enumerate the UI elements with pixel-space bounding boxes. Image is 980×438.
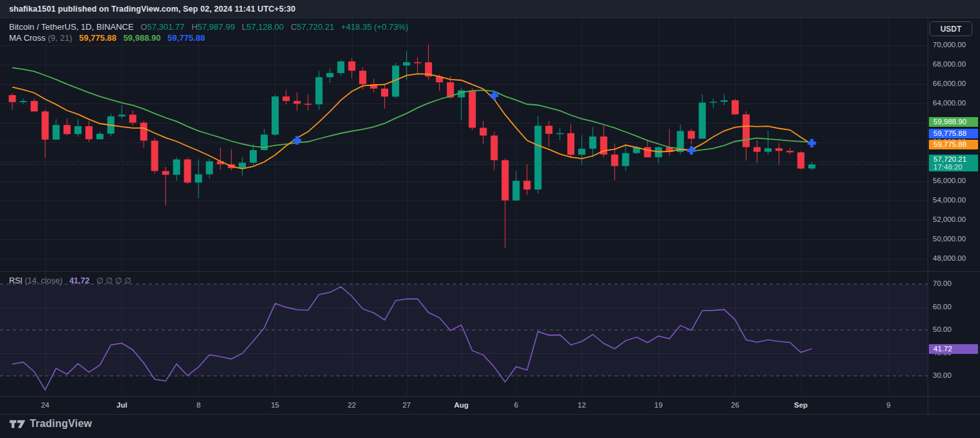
- price-tick-label: 52,000.00: [933, 215, 966, 223]
- rsi-tick-label: 70.00: [933, 279, 952, 287]
- change-value: +418.35 (+0.73%): [341, 22, 408, 32]
- candle-body[interactable]: [19, 101, 27, 102]
- ma-value-fast: 59,775.88: [79, 33, 116, 43]
- candle-body[interactable]: [381, 89, 388, 96]
- candle-body[interactable]: [501, 160, 508, 201]
- candle-body[interactable]: [239, 163, 246, 168]
- close-label: C: [290, 22, 296, 32]
- time-axis[interactable]: 24Jul8152227Aug6121926Sep9: [0, 397, 928, 414]
- candle-body[interactable]: [283, 96, 290, 101]
- candle-body[interactable]: [348, 61, 355, 71]
- price-scale-separator: [928, 18, 928, 414]
- candle-body[interactable]: [316, 77, 323, 104]
- time-tick-label: 6: [514, 401, 518, 409]
- candle-body[interactable]: [9, 95, 16, 102]
- candle-body[interactable]: [414, 62, 421, 63]
- candle-body[interactable]: [118, 115, 125, 116]
- candle-body[interactable]: [96, 134, 103, 140]
- candle-body[interactable]: [272, 96, 279, 135]
- candle-body[interactable]: [589, 137, 596, 149]
- time-tick-label: 27: [402, 401, 411, 409]
- rsi-value-badge: 41.72: [929, 344, 978, 354]
- candle-body[interactable]: [721, 100, 728, 102]
- time-tick-label: Jul: [116, 401, 127, 409]
- pane-separator[interactable]: [0, 271, 980, 272]
- candle-body[interactable]: [808, 164, 815, 168]
- candle-body[interactable]: [184, 159, 191, 182]
- candle-body[interactable]: [85, 126, 93, 139]
- price-tick-label: 56,000.00: [933, 177, 966, 184]
- candle-body[interactable]: [556, 133, 563, 135]
- candle-body[interactable]: [699, 103, 706, 139]
- candle-body[interactable]: [798, 152, 805, 168]
- candle-body[interactable]: [787, 151, 794, 152]
- time-tick-label: Sep: [794, 401, 808, 409]
- candle-body[interactable]: [250, 150, 257, 163]
- candle-body[interactable]: [195, 174, 202, 182]
- candle-body[interactable]: [359, 71, 366, 84]
- candle-body[interactable]: [173, 159, 180, 175]
- candle-body[interactable]: [337, 61, 344, 73]
- tradingview-snapshot: shafika1501 published on TradingView.com…: [0, 0, 980, 438]
- currency-toggle-button[interactable]: USDT: [930, 21, 972, 36]
- candle-body[interactable]: [534, 126, 541, 190]
- time-tick-label: 15: [271, 401, 279, 409]
- candle-body[interactable]: [74, 126, 82, 134]
- candle-body[interactable]: [512, 181, 519, 200]
- open-value: 57,301.77: [147, 22, 184, 32]
- candle-body[interactable]: [469, 91, 476, 128]
- ma-price-badge: 59,775.88: [929, 129, 978, 138]
- high-value: 57,987.99: [197, 22, 235, 32]
- candle-body[interactable]: [63, 125, 71, 134]
- time-tick-label: 26: [731, 401, 739, 409]
- ma-price-badge: 59,775.88: [929, 140, 978, 149]
- candle-body[interactable]: [151, 140, 158, 171]
- candle-body[interactable]: [644, 148, 651, 158]
- price-chart-canvas[interactable]: [0, 0, 928, 397]
- rsi-empty-values: ∅ ∅ ∅ ∅: [96, 276, 131, 285]
- open-label: O: [140, 22, 147, 32]
- candle-body[interactable]: [294, 101, 301, 104]
- candle-body[interactable]: [140, 123, 147, 141]
- ma-value-slow: 59,988.90: [124, 33, 161, 43]
- symbol-title: Bitcoin / TetherUS, 1D, BINANCE: [9, 22, 134, 32]
- candle-body[interactable]: [545, 126, 552, 133]
- price-tick-label: 68,000.00: [933, 60, 966, 68]
- candle-body[interactable]: [776, 148, 783, 151]
- rsi-name: RSI: [9, 276, 23, 285]
- candle-body[interactable]: [732, 100, 739, 115]
- candle-body[interactable]: [578, 149, 585, 155]
- candle-body[interactable]: [523, 181, 530, 190]
- candle-body[interactable]: [403, 62, 410, 65]
- footer-separator: [0, 414, 980, 415]
- rsi-tick-label: 60.00: [933, 303, 952, 311]
- candle-body[interactable]: [30, 101, 38, 111]
- price-scale[interactable]: USDT 70,000.0068,000.0066,000.0064,000.0…: [928, 18, 980, 414]
- candle-body[interactable]: [129, 115, 136, 122]
- rsi-legend[interactable]: RSI (14, close) 41.72 ∅ ∅ ∅ ∅: [9, 276, 131, 285]
- candle-body[interactable]: [688, 131, 695, 138]
- candle-body[interactable]: [743, 115, 750, 148]
- candle-body[interactable]: [305, 104, 312, 105]
- candle-body[interactable]: [52, 125, 60, 140]
- candle-body[interactable]: [480, 128, 487, 136]
- candle-body[interactable]: [327, 73, 334, 77]
- ma-params: (9, 21): [48, 33, 72, 43]
- symbol-legend[interactable]: Bitcoin / TetherUS, 1D, BINANCE O57,301.…: [9, 22, 408, 32]
- price-tick-label: 64,000.00: [933, 99, 966, 107]
- countdown-timer: 17:48:20: [933, 163, 978, 171]
- candle-body[interactable]: [622, 153, 629, 166]
- candle-body[interactable]: [458, 91, 465, 98]
- candle-body[interactable]: [490, 136, 497, 160]
- candle-body[interactable]: [754, 147, 761, 151]
- candle-body[interactable]: [611, 155, 618, 166]
- candle-body[interactable]: [710, 102, 717, 103]
- ma-cross-legend[interactable]: MA Cross (9, 21) 59,775.88 59,988.90 59,…: [9, 33, 205, 43]
- candle-body[interactable]: [206, 161, 213, 174]
- candle-body[interactable]: [41, 111, 49, 140]
- candle-body[interactable]: [567, 133, 574, 155]
- price-tick-label: 50,000.00: [933, 235, 966, 243]
- candle-body[interactable]: [162, 171, 169, 175]
- tradingview-branding[interactable]: TradingView: [9, 418, 92, 430]
- candle-body[interactable]: [765, 148, 772, 151]
